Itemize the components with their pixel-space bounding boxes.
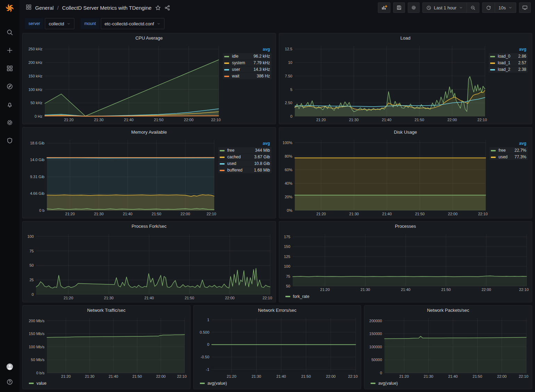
legend-header[interactable]: avg: [223, 47, 271, 53]
grafana-logo[interactable]: [0, 0, 19, 16]
legend-avg-header[interactable]: avg: [515, 47, 528, 53]
chart-area[interactable]: 250 kHz200 kHz150 kHz100 kHz50 kHz0 Hz21…: [25, 43, 222, 123]
chart-plot[interactable]: 12.5107.5052.50021:2021:3021:4021:5022:0…: [281, 43, 488, 123]
chart-area[interactable]: 200 Mb/s150 Mb/s100 Mb/s50 Mb/s0 b/s21:2…: [25, 315, 188, 380]
legend-item[interactable]: used10.8 Gib: [218, 160, 271, 167]
legend-series-name[interactable]: used: [498, 155, 508, 159]
legend-avg-header[interactable]: avg: [250, 47, 271, 53]
legend-series-name[interactable]: load_0: [498, 54, 510, 59]
legend-series-name[interactable]: load_2: [498, 67, 510, 72]
legend-name-cell[interactable]: load_1: [489, 60, 515, 66]
panel-title[interactable]: Network Packets/sec: [364, 306, 532, 315]
chart-plot[interactable]: 18.6 Gib14.0 Gib9.31 Gib4.66 Gib0 b21:20…: [25, 137, 218, 217]
chart-plot[interactable]: 100%80%60%40%20%0%21:2021:3021:4021:5022…: [281, 137, 489, 217]
chart-area[interactable]: 100755025021:2021:3021:4021:5022:0022:10: [25, 231, 274, 301]
legend-name-cell[interactable]: free: [489, 147, 511, 153]
legend-name-cell[interactable]: load_2: [489, 66, 515, 73]
legend-item[interactable]: load_22.38: [489, 66, 528, 73]
refresh-button[interactable]: [483, 3, 495, 12]
sidebar-item-alerting[interactable]: [6, 101, 14, 108]
legend-name-cell[interactable]: load_0: [489, 53, 515, 59]
legend-item[interactable]: fork_rate: [285, 294, 309, 299]
sidebar-item-server-admin[interactable]: [6, 137, 14, 144]
add-panel-button[interactable]: [378, 2, 390, 13]
breadcrumb-folder[interactable]: General: [35, 5, 54, 11]
legend-name-cell[interactable]: wait: [223, 73, 250, 79]
legend-item[interactable]: user14.3 kHz: [223, 66, 271, 73]
legend-series-name[interactable]: system: [232, 60, 245, 65]
legend-avg-header[interactable]: avg: [511, 141, 528, 147]
legend-item[interactable]: cached3.67 Gib: [218, 154, 271, 160]
legend-name-cell[interactable]: buffered: [218, 167, 249, 173]
legend-series-name[interactable]: load_1: [498, 60, 510, 65]
legend-item[interactable]: avg(value): [371, 381, 398, 386]
variable-server-value[interactable]: collectd: [45, 18, 74, 29]
legend-name-cell[interactable]: user: [223, 66, 250, 73]
legend-header[interactable]: avg: [489, 141, 528, 147]
legend-series-name[interactable]: value: [37, 381, 47, 386]
chart-area[interactable]: 12.5107.5052.50021:2021:3021:4021:5022:0…: [281, 43, 488, 123]
legend-name-cell[interactable]: system: [223, 60, 250, 66]
legend-name-cell[interactable]: used: [489, 154, 511, 160]
kiosk-mode-button[interactable]: [519, 2, 531, 13]
legend-series-name[interactable]: buffered: [227, 168, 243, 173]
legend-series-name[interactable]: free: [227, 148, 235, 153]
legend-series-name[interactable]: wait: [232, 74, 239, 78]
dashboard-settings-button[interactable]: [408, 2, 420, 13]
star-button[interactable]: [155, 5, 161, 11]
legend-series-name[interactable]: cached: [227, 155, 241, 159]
share-button[interactable]: [164, 5, 170, 11]
legend-item[interactable]: load_12.57: [489, 60, 528, 66]
chart-plot[interactable]: 175150125100755021:2021:3021:4021:5022:0…: [281, 231, 530, 293]
chart-plot[interactable]: 100755025021:2021:3021:4021:5022:0022:10: [25, 231, 274, 301]
variable-mount-value[interactable]: etc-collectd-collectd.conf: [101, 18, 164, 29]
legend-name-cell[interactable]: used: [218, 160, 249, 167]
chart-area[interactable]: 18.6 Gib14.0 Gib9.31 Gib4.66 Gib0 b21:20…: [25, 137, 218, 217]
page-title[interactable]: CollectD Server Metrics with TDengine: [62, 5, 152, 11]
refresh-interval-picker[interactable]: 10s: [495, 3, 516, 12]
legend-item[interactable]: wait386 Hz: [223, 73, 271, 79]
legend-item[interactable]: buffered1.68 Mib: [218, 167, 271, 173]
panel-title[interactable]: Network Traffic/sec: [23, 306, 190, 315]
legend-item[interactable]: avg(value): [200, 381, 227, 386]
legend-series-name[interactable]: fork_rate: [293, 294, 309, 299]
chart-plot[interactable]: 250 kHz200 kHz150 kHz100 kHz50 kHz0 Hz21…: [25, 43, 222, 123]
legend-series-name[interactable]: free: [498, 148, 506, 153]
chart-plot[interactable]: 200 Mb/s150 Mb/s100 Mb/s50 Mb/s0 b/s21:2…: [25, 315, 188, 380]
panel-title[interactable]: Memory Available: [23, 127, 276, 137]
sidebar-item-dashboards[interactable]: [6, 65, 14, 72]
legend-series-name[interactable]: used: [227, 161, 236, 166]
sidebar-item-explore[interactable]: [6, 83, 14, 90]
chart-area[interactable]: 100%80%60%40%20%0%21:2021:3021:4021:5022…: [281, 137, 489, 217]
chart-area[interactable]: 10.5000-0.50-121:2021:3021:4021:5022:002…: [196, 315, 359, 380]
legend-name-cell[interactable]: cached: [218, 154, 249, 160]
panel-title[interactable]: Processes: [279, 222, 532, 231]
legend-item[interactable]: used77.3%: [489, 154, 528, 160]
panel-title[interactable]: Load: [279, 33, 532, 43]
panel-title[interactable]: CPU Average: [23, 33, 276, 43]
legend-item[interactable]: load_02.86: [489, 53, 528, 59]
sidebar-item-create[interactable]: [6, 47, 14, 54]
legend-name-cell[interactable]: free: [218, 147, 249, 153]
legend-series-name[interactable]: user: [232, 67, 240, 72]
legend-item[interactable]: value: [29, 381, 47, 386]
legend-series-name[interactable]: avg(value): [378, 381, 398, 386]
legend-name-cell[interactable]: idle: [223, 53, 250, 59]
save-dashboard-button[interactable]: [393, 2, 405, 13]
legend-header[interactable]: avg: [489, 47, 528, 53]
legend-series-name[interactable]: idle: [232, 54, 238, 59]
legend-item[interactable]: free344 Mib: [218, 147, 271, 153]
legend-item[interactable]: idle96.2 kHz: [223, 53, 271, 59]
sidebar-item-profile[interactable]: [6, 363, 14, 370]
chart-plot[interactable]: 10.5000-0.50-121:2021:3021:4021:5022:002…: [196, 315, 359, 380]
legend-header[interactable]: avg: [218, 141, 271, 147]
sidebar-item-search[interactable]: [6, 28, 14, 36]
panel-title[interactable]: Process Fork/sec: [23, 222, 276, 231]
panel-title[interactable]: Disk Usage: [279, 127, 532, 137]
time-range-picker[interactable]: Last 1 hour: [423, 3, 467, 12]
panel-title[interactable]: Network Errors/sec: [194, 306, 361, 315]
legend-series-name[interactable]: avg(value): [208, 381, 227, 386]
sidebar-item-configuration[interactable]: [6, 119, 14, 126]
legend-item[interactable]: system7.79 kHz: [223, 60, 271, 66]
sidebar-item-help[interactable]: [6, 378, 14, 386]
